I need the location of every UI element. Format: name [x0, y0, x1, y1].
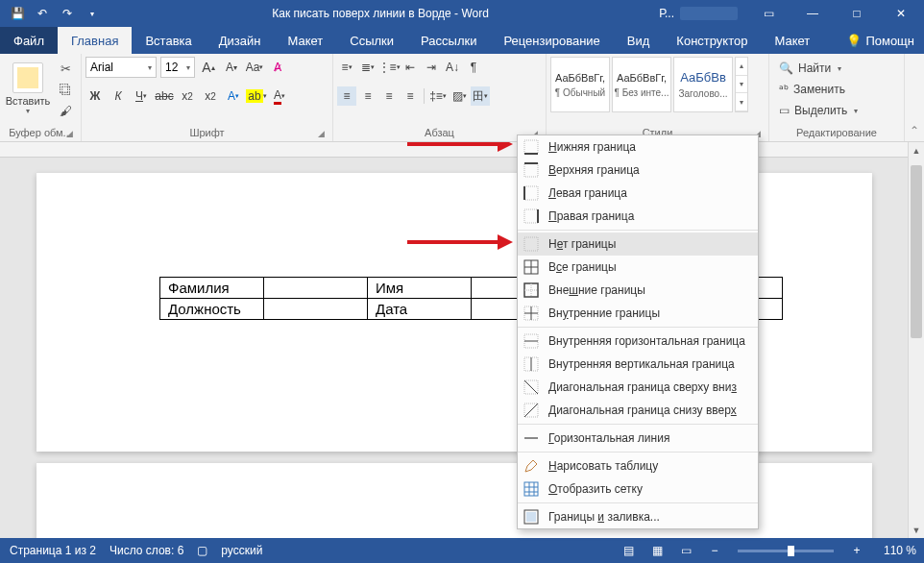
- zoom-out-button[interactable]: −: [703, 541, 726, 560]
- style-no-spacing[interactable]: АаБбВвГг,¶ Без инте...: [612, 57, 671, 112]
- format-painter-button[interactable]: 🖌: [56, 101, 75, 120]
- table-cell[interactable]: Имя: [368, 278, 472, 299]
- font-color-button[interactable]: A▾: [270, 86, 289, 106]
- bullets-button[interactable]: ≡▾: [337, 58, 356, 77]
- tab-view[interactable]: Вид: [614, 27, 664, 54]
- align-right-button[interactable]: ≡: [379, 86, 399, 106]
- style-normal[interactable]: АаБбВвГг,¶ Обычный: [550, 57, 610, 112]
- menu-horizontal-line[interactable]: Горизонтальная линия: [518, 427, 758, 450]
- menu-view-gridlines[interactable]: Отобразить сетку: [518, 477, 758, 501]
- strikethrough-button[interactable]: abc: [155, 86, 174, 106]
- menu-border-left[interactable]: Левая граница: [518, 182, 758, 205]
- find-button[interactable]: 🔍Найти▾: [779, 59, 858, 78]
- ribbon-display-options[interactable]: ▭: [747, 0, 790, 27]
- line-spacing-button[interactable]: ‡≡▾: [428, 86, 448, 106]
- sort-button[interactable]: A↓: [443, 58, 462, 77]
- tab-design[interactable]: Дизайн: [206, 27, 275, 54]
- tab-review[interactable]: Рецензирование: [490, 27, 613, 54]
- decrease-indent-button[interactable]: ⇤: [401, 58, 420, 77]
- scroll-thumb[interactable]: [911, 165, 922, 338]
- menu-border-inside[interactable]: Внутренние границы: [518, 302, 758, 325]
- table-cell[interactable]: Должность: [160, 299, 264, 320]
- scroll-up-button[interactable]: ▲: [909, 142, 924, 159]
- menu-border-inside-horiz[interactable]: Внутренняя горизонтальная граница: [518, 330, 758, 353]
- underline-button[interactable]: Ч▾: [132, 86, 151, 106]
- increase-indent-button[interactable]: ⇥: [422, 58, 441, 77]
- font-name-combo[interactable]: Arial▾: [85, 57, 157, 78]
- menu-border-inside-vert[interactable]: Внутренняя вертикальная граница: [518, 353, 758, 376]
- tell-me[interactable]: 💡Помощн: [837, 27, 924, 54]
- word-count-status[interactable]: Число слов: 6: [109, 544, 183, 557]
- tab-home[interactable]: Главная: [58, 27, 132, 54]
- tab-file[interactable]: Файл: [0, 27, 58, 54]
- font-dialog-launcher[interactable]: ◢: [315, 128, 327, 139]
- save-button[interactable]: 💾: [6, 2, 29, 25]
- table-cell[interactable]: [264, 299, 368, 320]
- show-marks-button[interactable]: ¶: [464, 58, 483, 77]
- menu-border-diag-down[interactable]: Диагональная граница сверху вниз: [518, 376, 758, 399]
- vertical-scrollbar[interactable]: ▲ ▼: [908, 142, 924, 538]
- tab-references[interactable]: Ссылки: [336, 27, 407, 54]
- language-status[interactable]: русский: [221, 544, 262, 557]
- scroll-down-button[interactable]: ▼: [909, 522, 924, 538]
- cut-button[interactable]: ✂: [56, 59, 75, 78]
- select-button[interactable]: ▭Выделить▾: [779, 101, 858, 120]
- read-mode-button[interactable]: ▤: [617, 541, 640, 560]
- replace-button[interactable]: ᵃᵇЗаменить: [779, 80, 858, 99]
- grow-font-button[interactable]: A▴: [199, 58, 218, 77]
- close-button[interactable]: ✕: [880, 0, 922, 27]
- zoom-in-button[interactable]: +: [845, 541, 868, 560]
- undo-button[interactable]: ↶: [31, 2, 54, 25]
- change-case-button[interactable]: Aa▾: [245, 58, 264, 77]
- superscript-button[interactable]: x2: [201, 86, 220, 106]
- table-cell[interactable]: [264, 278, 368, 299]
- shrink-font-button[interactable]: A▾: [222, 58, 241, 77]
- align-center-button[interactable]: ≡: [358, 86, 377, 106]
- page-number-status[interactable]: Страница 1 из 2: [10, 544, 96, 557]
- menu-borders-shading[interactable]: Границы и заливка...: [518, 505, 758, 528]
- copy-button[interactable]: ⿻: [56, 80, 75, 99]
- align-left-button[interactable]: ≡: [337, 86, 356, 106]
- print-layout-button[interactable]: ▦: [645, 541, 669, 560]
- table-cell[interactable]: Фамилия: [160, 278, 264, 299]
- subscript-button[interactable]: x2: [178, 86, 197, 106]
- table-cell[interactable]: Дата: [368, 299, 472, 320]
- menu-border-none[interactable]: Нет границы: [518, 233, 758, 256]
- tab-insert[interactable]: Вставка: [132, 27, 205, 54]
- spell-check-status[interactable]: ▢: [197, 544, 207, 557]
- qat-customize[interactable]: ▾: [81, 2, 104, 25]
- tab-layout2[interactable]: Макет: [761, 27, 823, 54]
- menu-border-top[interactable]: Верхняя граница: [518, 159, 758, 182]
- multilevel-list-button[interactable]: ⋮≡▾: [379, 58, 399, 77]
- menu-border-outside[interactable]: Внешние границы: [518, 279, 758, 302]
- zoom-level[interactable]: 110 %: [874, 544, 916, 557]
- borders-button[interactable]: 田▾: [471, 86, 490, 106]
- menu-border-right[interactable]: Правая граница: [518, 205, 758, 228]
- clipboard-dialog-launcher[interactable]: ◢: [63, 128, 75, 139]
- font-size-combo[interactable]: 12▾: [160, 57, 195, 78]
- numbering-button[interactable]: ≣▾: [358, 58, 377, 77]
- bold-button[interactable]: Ж: [85, 86, 105, 106]
- menu-border-diag-up[interactable]: Диагональная граница снизу вверх: [518, 399, 758, 422]
- minimize-button[interactable]: —: [791, 0, 834, 27]
- web-layout-button[interactable]: ▭: [674, 541, 697, 560]
- shading-button[interactable]: ▨▾: [450, 86, 469, 106]
- menu-draw-table[interactable]: Нарисовать таблицу: [518, 454, 758, 477]
- menu-border-bottom[interactable]: ННижняя границаижняя граница: [518, 135, 758, 159]
- maximize-button[interactable]: □: [836, 0, 878, 27]
- tab-layout[interactable]: Макет: [274, 27, 336, 54]
- text-effects-button[interactable]: A▾: [224, 86, 243, 106]
- highlight-button[interactable]: ab▾: [247, 86, 266, 106]
- zoom-slider[interactable]: [738, 550, 834, 552]
- clear-formatting-button[interactable]: A̷: [268, 58, 287, 77]
- styles-gallery-more[interactable]: ▴▾▾: [735, 57, 748, 112]
- italic-button[interactable]: К: [109, 86, 128, 106]
- tab-developer[interactable]: Конструктор: [663, 27, 761, 54]
- redo-button[interactable]: ↷: [56, 2, 79, 25]
- menu-border-all[interactable]: Все границы: [518, 256, 758, 279]
- collapse-ribbon-button[interactable]: ⌃: [905, 54, 924, 141]
- tab-mailings[interactable]: Рассылки: [407, 27, 490, 54]
- justify-button[interactable]: ≡: [401, 86, 420, 106]
- paste-button[interactable]: Вставить ▾: [4, 57, 52, 120]
- style-heading1[interactable]: АаБбВвЗаголово...: [673, 57, 733, 112]
